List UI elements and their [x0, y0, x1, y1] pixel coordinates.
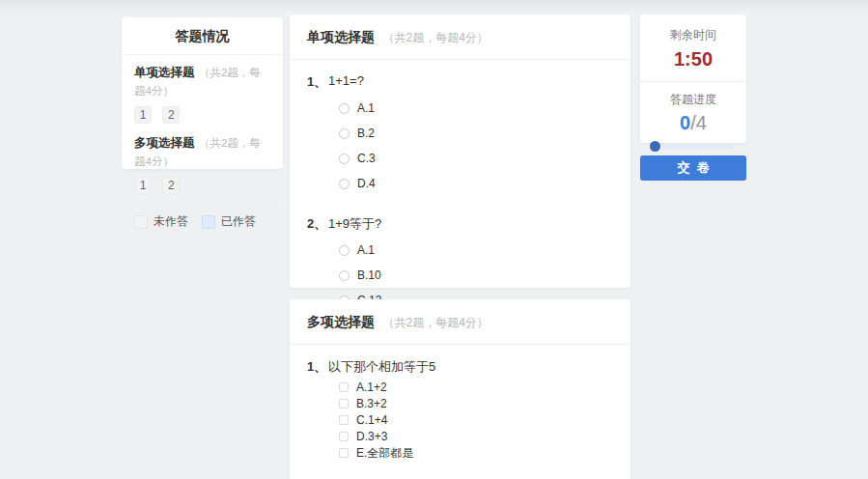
radio-icon[interactable]	[339, 128, 350, 139]
checkbox-option[interactable]: A.1+2	[339, 381, 613, 393]
single-choice-section-card: 单项选择题 （共2题，每题4分） 1、 1+1=? A.1 B.2 C.3	[290, 14, 630, 288]
radio-option[interactable]: D.4	[339, 175, 613, 192]
question: 1、 以下那个相加等于5 A.1+2 B.3+2 C.1+4	[307, 358, 613, 459]
checkbox-option[interactable]: D.3+3	[339, 431, 613, 442]
legend: 未作答 已作答	[122, 205, 283, 230]
exam-status-panel: 剩余时间 1:50 答题进度 0/4	[640, 14, 746, 143]
radio-icon[interactable]	[339, 245, 350, 256]
progress-value: 0/4	[640, 112, 746, 134]
section-title: 单项选择题	[307, 29, 375, 44]
legend-label: 未作答	[154, 213, 188, 230]
progress-slider[interactable]	[652, 144, 735, 149]
option-label[interactable]: A.1+2	[356, 380, 387, 394]
radio-option[interactable]: B.2	[339, 125, 613, 142]
question-number: 2、	[307, 215, 328, 233]
remaining-time-value: 1:50	[640, 48, 746, 70]
question-nav-chip[interactable]: 2	[162, 106, 180, 124]
answer-status-panel: 答题情况 单项选择题 （共2题，每题4分） 1 2 多项选择题 （共2题，每题4…	[122, 17, 283, 169]
question-number: 1、	[307, 73, 328, 91]
progress-total: /4	[690, 112, 707, 133]
progress-label: 答题进度	[640, 92, 746, 108]
radio-option[interactable]: B.10	[339, 267, 613, 284]
option-label[interactable]: D.3+3	[356, 430, 387, 443]
question-nav-chip[interactable]: 1	[134, 177, 152, 194]
multi-choice-section-card: 多项选择题 （共2题，每题4分） 1、 以下那个相加等于5 A.1+2 B.3+…	[290, 299, 630, 479]
unanswered-swatch-icon	[134, 215, 148, 229]
divider	[640, 81, 746, 82]
section-note: （共2题，每题4分）	[382, 316, 488, 329]
checkbox-icon[interactable]	[339, 448, 349, 458]
option-label[interactable]: A.1	[357, 101, 375, 115]
question-nav-chip[interactable]: 1	[134, 106, 152, 124]
slider-handle-icon[interactable]	[650, 141, 660, 152]
question-text: 1+9等于?	[328, 215, 381, 233]
legend-label: 已作答	[221, 213, 256, 230]
section-note: （共2题，每题4分）	[382, 31, 488, 44]
checkbox-icon[interactable]	[339, 432, 349, 441]
option-label[interactable]: E.全部都是	[356, 445, 413, 462]
option-label[interactable]: D.4	[357, 177, 376, 190]
option-label[interactable]: B.3+2	[356, 397, 387, 410]
radio-icon[interactable]	[339, 179, 350, 189]
submit-exam-button[interactable]: 交卷	[640, 155, 746, 181]
answer-status-title: 答题情况	[122, 17, 283, 54]
question-number: 1、	[307, 358, 328, 376]
answered-swatch-icon	[202, 215, 215, 229]
option-label[interactable]: A.1	[357, 243, 375, 257]
remaining-time-label: 剩余时间	[640, 27, 746, 43]
option-label[interactable]: C.1+4	[356, 413, 387, 427]
checkbox-icon[interactable]	[339, 399, 349, 409]
checkbox-icon[interactable]	[339, 382, 349, 392]
radio-icon[interactable]	[339, 103, 350, 114]
question-nav-chip[interactable]: 2	[162, 177, 180, 194]
option-label[interactable]: C.3	[357, 152, 376, 165]
section-title: 多项选择题	[307, 314, 375, 329]
checkbox-option[interactable]: B.3+2	[339, 398, 613, 409]
radio-option[interactable]: A.1	[339, 99, 613, 117]
checkbox-icon[interactable]	[339, 415, 349, 425]
sidebar-section-single: 单项选择题 （共2题，每题4分） 1 2	[134, 63, 270, 124]
radio-icon[interactable]	[339, 154, 350, 164]
question-text: 1+1=?	[328, 73, 364, 91]
radio-option[interactable]: A.1	[339, 241, 613, 259]
option-label[interactable]: B.10	[357, 268, 381, 282]
checkbox-option[interactable]: C.1+4	[339, 414, 613, 426]
question-text: 以下那个相加等于5	[328, 358, 435, 376]
checkbox-option[interactable]: E.全部都是	[339, 447, 613, 459]
sidebar-section-multi: 多项选择题 （共2题，每题4分） 1 2	[134, 133, 270, 194]
divider	[290, 59, 630, 60]
radio-icon[interactable]	[339, 270, 350, 281]
divider	[290, 344, 630, 345]
section-name: 多项选择题	[134, 136, 195, 150]
question: 1、 1+1=? A.1 B.2 C.3 D.4	[307, 73, 613, 192]
progress-current: 0	[680, 112, 690, 133]
radio-option[interactable]: C.3	[339, 150, 613, 167]
section-name: 单项选择题	[134, 66, 195, 79]
option-label[interactable]: B.2	[357, 127, 375, 140]
top-gradient	[0, 0, 868, 12]
